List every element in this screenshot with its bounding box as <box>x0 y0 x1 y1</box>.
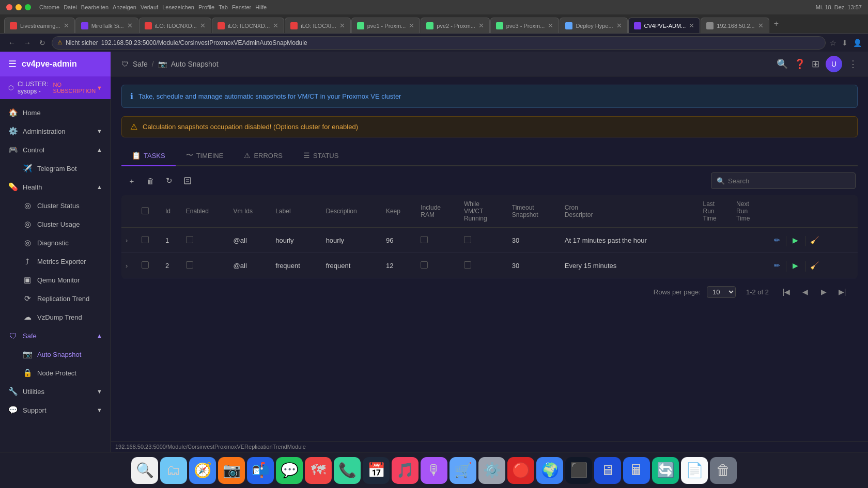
dock-terminal[interactable]: ⬛ <box>565 457 592 484</box>
menu-tab[interactable]: Tab <box>219 4 228 10</box>
tab-tasks[interactable]: 📋 TASKS <box>121 146 176 166</box>
new-tab-button[interactable]: + <box>770 19 783 28</box>
sidebar-item-auto-snapshot[interactable]: 📷 Auto Snapshot <box>0 345 111 364</box>
apps-icon[interactable]: ⊞ <box>812 58 819 70</box>
tab-pve3[interactable]: pve3 - Proxm... ✕ <box>490 18 560 33</box>
tab-close[interactable]: ✕ <box>64 22 69 29</box>
cell-enabled-2[interactable] <box>186 261 193 269</box>
sidebar-item-cluster-status[interactable]: ◎ Cluster Status <box>0 196 111 215</box>
dock-photos[interactable]: 📷 <box>218 457 245 484</box>
dock-podcasts[interactable]: 🎙 <box>421 457 447 484</box>
dock-time-machine[interactable]: 🔄 <box>652 457 679 484</box>
menu-bearbeiten[interactable]: Bearbeiten <box>81 4 109 10</box>
next-page-button[interactable]: ▶ <box>816 285 831 299</box>
cell-ram-2[interactable] <box>421 261 428 269</box>
row-expand-2[interactable]: › <box>126 262 128 270</box>
sidebar-item-safe[interactable]: 🛡 Safe ▲ <box>0 326 111 345</box>
tab-deploy[interactable]: Deploy Hype... ✕ <box>560 18 627 33</box>
no-subscription-button[interactable]: NO SUBSCRIPTION ▼ <box>53 82 102 94</box>
more-options-button[interactable]: ⋮ <box>848 58 858 70</box>
dock-safari[interactable]: 🧭 <box>189 457 216 484</box>
tab-errors[interactable]: ⚠ ERRORS <box>234 146 293 166</box>
tab-close[interactable]: ✕ <box>339 22 345 29</box>
tab-close[interactable]: ✕ <box>409 22 414 29</box>
dock-finder[interactable]: 🔍 <box>131 457 158 484</box>
tab-status[interactable]: ☰ STATUS <box>293 146 349 166</box>
menu-anzeigen[interactable]: Anzeigen <box>113 4 136 10</box>
reload-button[interactable]: ↻ <box>37 38 48 48</box>
cell-running-2[interactable] <box>464 261 471 269</box>
sidebar-item-health[interactable]: 💊 Health ▲ <box>0 178 111 196</box>
menu-verlauf[interactable]: Verlauf <box>141 4 158 10</box>
tab-close[interactable]: ✕ <box>689 22 694 29</box>
dock-mail[interactable]: 📬 <box>247 457 274 484</box>
sidebar-item-support[interactable]: 💬 Support ▼ <box>0 401 111 419</box>
row-check-1[interactable] <box>142 236 149 243</box>
sidebar-item-utilities[interactable]: 🔧 Utilities ▼ <box>0 382 111 401</box>
tab-close[interactable]: ✕ <box>273 22 278 29</box>
sidebar-item-qemu[interactable]: ▣ Qemu Monitor <box>0 271 111 289</box>
first-page-button[interactable]: |◀ <box>779 285 794 299</box>
edit-button-2[interactable]: ✏ <box>770 258 784 273</box>
dock-preview[interactable]: 📄 <box>681 457 708 484</box>
tab-close[interactable]: ✕ <box>548 22 553 29</box>
tab-pve1[interactable]: pve1 - Proxm... ✕ <box>351 18 421 33</box>
dock-messages[interactable]: 💬 <box>276 457 303 484</box>
dock-launchpad[interactable]: 🗂 <box>160 457 187 484</box>
help-icon[interactable]: ❓ <box>794 58 805 70</box>
tab-ilo3[interactable]: iLO: ILOCXI... ✕ <box>285 18 350 33</box>
run-button-2[interactable]: ▶ <box>788 258 803 273</box>
rows-per-page-select[interactable]: 10 25 50 100 <box>707 286 736 298</box>
cell-enabled-1[interactable] <box>186 236 193 243</box>
delete-button-2[interactable]: 🧹 <box>807 258 822 273</box>
dock-calendar[interactable]: 📅 <box>363 457 390 484</box>
menu-fenster[interactable]: Fenster <box>232 4 251 10</box>
forward-button[interactable]: → <box>22 38 33 48</box>
dock-appstore[interactable]: 🛒 <box>450 457 476 484</box>
tab-pve2[interactable]: pve2 - Proxm... ✕ <box>421 18 490 33</box>
delete-button-1[interactable]: 🧹 <box>807 233 822 247</box>
run-button-1[interactable]: ▶ <box>788 233 803 247</box>
back-button[interactable]: ← <box>6 38 18 48</box>
menu-hilfe[interactable]: Hilfe <box>255 4 267 10</box>
minimize-button[interactable] <box>16 4 22 10</box>
dock-browser[interactable]: 🌍 <box>536 457 563 484</box>
tab-ip[interactable]: 192.168.50.2... ✕ <box>701 18 769 33</box>
menu-profile[interactable]: Profile <box>198 4 214 10</box>
dock-settings[interactable]: ⚙️ <box>478 457 505 484</box>
cell-ram-1[interactable] <box>421 236 428 243</box>
prev-page-button[interactable]: ◀ <box>798 285 812 299</box>
select-all-checkbox[interactable] <box>142 207 149 214</box>
close-button[interactable] <box>6 4 12 10</box>
tab-close[interactable]: ✕ <box>127 22 133 29</box>
download-icon[interactable]: ⬇ <box>842 39 848 47</box>
search-icon[interactable]: 🔍 <box>777 58 788 70</box>
bookmark-icon[interactable]: ☆ <box>830 39 836 47</box>
search-input[interactable] <box>728 177 850 185</box>
row-expand-1[interactable]: › <box>126 237 128 244</box>
tab-close[interactable]: ✕ <box>758 22 764 29</box>
tab-mirotalk[interactable]: MiroTalk Si... ✕ <box>75 18 138 33</box>
sidebar-item-cluster-usage[interactable]: ◎ Cluster Usage <box>0 215 111 233</box>
sidebar-item-telegram[interactable]: ✈️ Telegram Bot <box>0 159 111 178</box>
tab-close[interactable]: ✕ <box>478 22 484 29</box>
tab-close[interactable]: ✕ <box>200 22 206 29</box>
row-check-2[interactable] <box>142 261 149 269</box>
dock-maps[interactable]: 🗺 <box>305 457 332 484</box>
dock-facetime[interactable]: 📞 <box>334 457 361 484</box>
dock-music[interactable]: 🎵 <box>392 457 419 484</box>
cell-running-1[interactable] <box>464 236 471 243</box>
add-button[interactable]: + <box>123 172 140 189</box>
tab-ilo2[interactable]: iLO: ILOCNXD... ✕ <box>212 18 284 33</box>
export-button[interactable] <box>179 172 196 189</box>
last-page-button[interactable]: ▶| <box>835 285 849 299</box>
profile-icon[interactable]: 👤 <box>853 39 862 47</box>
tab-cv4pve[interactable]: CV4PVE-ADM... ✕ <box>628 18 701 33</box>
sidebar-item-control[interactable]: 🎮 Control ▲ <box>0 140 111 159</box>
tab-close[interactable]: ✕ <box>616 22 622 29</box>
dock-monitor[interactable]: 🖥 <box>594 457 621 484</box>
menu-toggle[interactable]: ☰ <box>8 58 17 70</box>
maximize-button[interactable] <box>25 4 31 10</box>
tab-livestreaming[interactable]: Livestreaming... ✕ <box>4 18 75 33</box>
sidebar-item-administration[interactable]: ⚙️ Administration ▼ <box>0 122 111 140</box>
